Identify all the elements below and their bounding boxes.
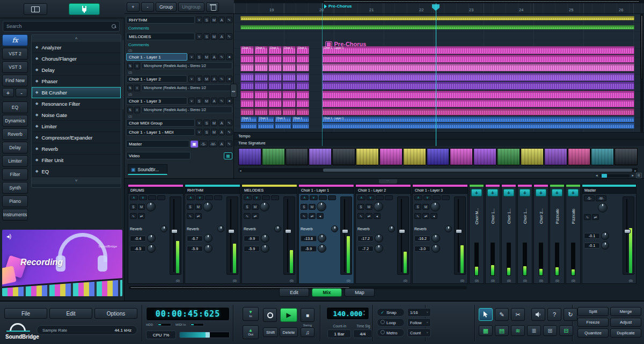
fader-handle[interactable]	[228, 229, 235, 233]
playhead-line[interactable]	[436, 3, 436, 146]
browser-tab-vst-2[interactable]: VST 2	[2, 48, 28, 60]
pan-knob[interactable]	[147, 244, 156, 253]
routing-icon[interactable]: ⇄	[252, 213, 259, 219]
wave-icon[interactable]: ∿	[226, 120, 232, 126]
mute-button[interactable]: M	[211, 17, 217, 23]
audio-clip[interactable]	[254, 82, 268, 90]
volume-value[interactable]: -13.8	[301, 236, 317, 241]
video-thumbnail[interactable]	[521, 148, 544, 165]
add-insert-button[interactable]: +	[519, 189, 530, 196]
slot-button[interactable]	[262, 195, 270, 200]
mixer-tab-mix[interactable]: Mix	[312, 288, 342, 297]
collapse-icon[interactable]: ˅	[188, 76, 195, 82]
mixer-channel[interactable]: +Choir M...(0)	[469, 184, 484, 284]
action-adjust-button[interactable]: Adjust	[610, 318, 641, 327]
mute-button[interactable]: M	[138, 204, 145, 210]
fold-button[interactable]: ˅	[310, 195, 318, 200]
audio-clip[interactable]	[322, 63, 634, 71]
category-instruments[interactable]: Instruments	[2, 209, 28, 221]
remove-track-button[interactable]: -	[141, 2, 154, 12]
audio-clip[interactable]	[268, 82, 282, 90]
mute-button[interactable]: M	[252, 204, 259, 210]
remove-plugin-button[interactable]: -	[16, 88, 27, 97]
pan-knob[interactable]	[261, 244, 269, 253]
plugin-item[interactable]: ◆Limiter	[32, 121, 121, 132]
audio-clip[interactable]: Choir 1	[292, 116, 309, 122]
pan-value[interactable]: -3.0	[414, 246, 430, 252]
grid-settings-button[interactable]: ⊞	[543, 325, 557, 336]
fader-handle[interactable]	[399, 229, 405, 233]
mixer-channel[interactable]: +Choir 1...(0)	[501, 184, 516, 284]
automation-button[interactable]: A	[218, 120, 225, 126]
audio-clip[interactable]: Choir 1	[240, 116, 257, 122]
automation-button[interactable]: A	[218, 141, 225, 147]
audio-clip[interactable]	[282, 108, 296, 115]
mute-button[interactable]: -M-	[209, 141, 217, 147]
fold-button[interactable]: ˄	[414, 195, 422, 200]
wave-icon[interactable]: ∿	[218, 98, 225, 104]
mixer-channel[interactable]: +Choir 2...(0)	[533, 184, 548, 284]
audio-clip[interactable]	[254, 63, 268, 71]
mute-button[interactable]: M	[203, 54, 210, 60]
automation-button[interactable]: A	[211, 98, 217, 104]
fold-button[interactable]: ˄	[357, 195, 365, 200]
collapse-icon[interactable]: ˅	[196, 120, 202, 126]
video-thumbnail[interactable]	[332, 148, 355, 165]
fader-handle[interactable]	[285, 229, 291, 233]
video-thumbnail[interactable]	[591, 148, 614, 165]
solo-button[interactable]: -S-	[584, 195, 595, 201]
slot-button[interactable]	[319, 195, 327, 200]
pan-knob[interactable]	[431, 234, 440, 243]
audio-clip[interactable]	[240, 123, 257, 129]
mixer-tab-map[interactable]: Map	[345, 288, 375, 297]
automation-icon[interactable]: ∿	[357, 213, 364, 219]
monitor-icon[interactable]: ◂	[226, 98, 232, 104]
audio-clip[interactable]	[240, 55, 254, 63]
grid-quantize-button[interactable]: ▦	[479, 325, 493, 336]
pan-knob[interactable]	[204, 234, 213, 243]
plugin-item[interactable]: ◆Filter Unit	[32, 155, 121, 166]
marker-label[interactable]: Pre-Chorus	[324, 4, 352, 9]
monitor-icon[interactable]: ◂	[226, 76, 232, 82]
video-thumbnail[interactable]	[427, 148, 450, 165]
loop-tool-button[interactable]: ↻	[564, 308, 577, 321]
routing-icon[interactable]: ⇄	[365, 213, 372, 219]
input-source[interactable]: Microphone (Realtek Audio) - Stereo 1/2	[141, 84, 232, 91]
mixer-channel[interactable]: +Choir 1...(0)	[517, 184, 532, 284]
slot-button[interactable]	[157, 195, 165, 200]
category-delay[interactable]: Delay	[2, 142, 28, 153]
audio-clip[interactable]	[240, 82, 254, 90]
pan-knob[interactable]	[445, 225, 452, 232]
mixer-channel[interactable]: RHYTHM˄˅SM∿⇄Reverb-6.7-5.9(0)	[185, 184, 240, 284]
track-name[interactable]: RHYTHM	[126, 16, 195, 24]
stop-button[interactable]: ■	[301, 308, 314, 322]
add-plugin-button[interactable]: +	[2, 88, 14, 97]
mute-button[interactable]: M	[211, 120, 217, 126]
promo-banner[interactable]: ◂) Recording SoundBridge	[2, 230, 122, 296]
track-name[interactable]: Master	[126, 140, 189, 148]
video-thumbnail[interactable]	[356, 148, 379, 165]
wave-icon[interactable]: ∿	[226, 129, 232, 135]
routing-icon[interactable]: ⇄	[138, 213, 145, 219]
audio-clip[interactable]	[322, 91, 634, 99]
wave-icon[interactable]: ∿	[226, 141, 232, 147]
add-insert-button[interactable]: +	[487, 189, 498, 196]
timesig-lane[interactable]: Time Signature	[234, 139, 644, 146]
pan-knob[interactable]	[375, 244, 383, 253]
input-source[interactable]: Microphone (Realtek Audio) - Stereo 1/2	[141, 62, 232, 69]
scroll-up-icon[interactable]: ˄	[32, 35, 121, 42]
plugin-item[interactable]: ◆Compressor/Expander	[32, 132, 121, 143]
pencil-tool-button[interactable]: ✎	[495, 308, 509, 321]
mute-button[interactable]: M	[365, 204, 372, 210]
audio-clip[interactable]	[322, 108, 634, 115]
fold-button[interactable]: ˄	[130, 195, 138, 200]
monitor-icon[interactable]: ◂	[317, 213, 324, 219]
browser-tab-find-new[interactable]: Find New	[2, 75, 28, 86]
slot-button[interactable]	[148, 195, 156, 200]
volume-value[interactable]: -0.4	[130, 236, 146, 241]
routing-icon[interactable]: ⇅	[127, 107, 133, 113]
audio-clip[interactable]	[254, 91, 268, 99]
input-source[interactable]: Microphone (Realtek Audio) - Stereo 1/2	[141, 106, 232, 113]
zoom-out-icon[interactable]: ◂	[596, 173, 598, 178]
audio-clip[interactable]	[322, 55, 634, 63]
